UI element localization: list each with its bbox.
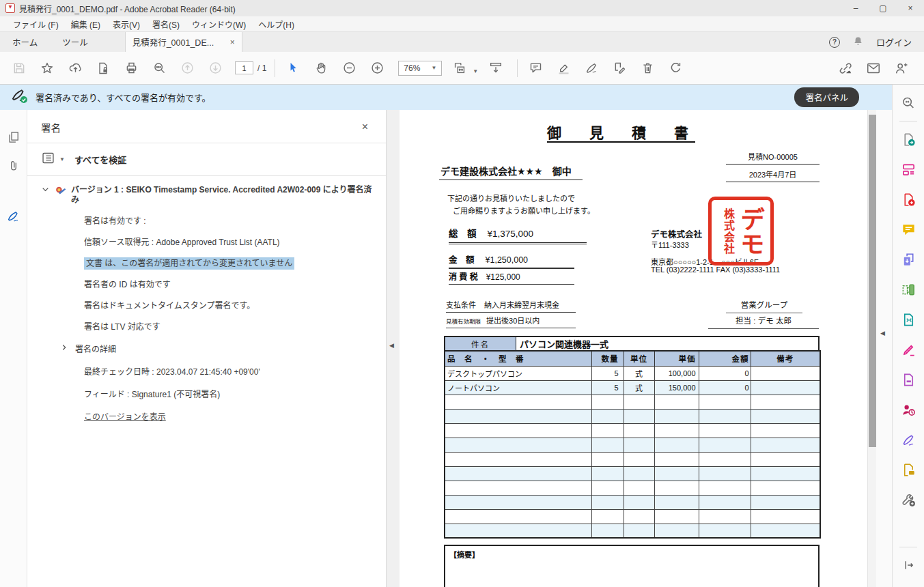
view-version-link[interactable]: このバージョンを表示 [84, 410, 372, 422]
tab-home[interactable]: ホーム [0, 32, 50, 52]
menu-window[interactable]: ウィンドウ(W) [186, 16, 252, 31]
menu-view[interactable]: 表示(V) [107, 16, 146, 31]
request-signatures-icon[interactable] [897, 399, 919, 420]
signature-field-info: フィールド : Signature1 (不可視署名) [84, 388, 372, 399]
table-cell [751, 409, 820, 423]
menu-file[interactable]: ファイル (F) [7, 16, 65, 31]
highlight-icon[interactable] [551, 57, 576, 80]
maximize-button[interactable]: ▢ [869, 0, 897, 16]
table-cell [699, 524, 751, 538]
edit-pdf-icon[interactable] [897, 159, 919, 180]
share-review-icon[interactable] [897, 459, 919, 480]
menu-edit[interactable]: 編集 (E) [65, 16, 107, 31]
login-button[interactable]: ログイン [876, 35, 912, 48]
collapse-right-panel-icon[interactable]: ◀ [880, 330, 885, 337]
tab-tools[interactable]: ツール [50, 32, 100, 52]
validate-list-icon[interactable] [41, 151, 55, 167]
compress-pdf-icon[interactable] [897, 309, 919, 330]
main-toolbar: 1 / 1 76% ▼ ▼ [0, 52, 924, 85]
signature-version-row[interactable]: バージョン 1 : SEIKO Timestamp Service. Accre… [41, 185, 372, 205]
share-link-icon[interactable] [833, 57, 858, 80]
zoom-out-icon[interactable] [337, 57, 361, 80]
fit-width-icon[interactable] [447, 57, 472, 80]
table-cell [751, 380, 820, 395]
page-number-input[interactable]: 1 [235, 61, 253, 74]
email-icon[interactable] [861, 57, 886, 80]
page-down-icon[interactable] [203, 57, 227, 80]
titlebar: 見積発行_0001_DEMO.pdf - Adobe Acrobat Reade… [0, 0, 924, 16]
document-title: 御 見 積 書 [400, 121, 843, 142]
acrobat-window: 見積発行_0001_DEMO.pdf - Adobe Acrobat Reade… [0, 0, 924, 587]
hand-icon[interactable] [309, 57, 333, 80]
close-button[interactable]: × [897, 0, 924, 16]
add-person-icon[interactable] [889, 57, 914, 80]
table-cell [699, 466, 751, 481]
table-cell [751, 438, 820, 452]
summary-label: 【摘要】 [449, 551, 479, 559]
scrollbar-thumb[interactable] [869, 115, 876, 447]
signature-panel: 署名 × ▼ すべてを検証 [27, 110, 387, 587]
fill-sign-tool-icon[interactable] [897, 339, 919, 360]
signatures-icon[interactable] [4, 207, 23, 226]
combine-files-icon[interactable] [897, 249, 919, 270]
tab-document[interactable]: 見積発行_0001_DE... × [125, 32, 242, 52]
bell-icon[interactable] [852, 35, 864, 49]
organize-pages-icon[interactable] [897, 279, 919, 300]
help-icon[interactable]: ? [829, 37, 840, 48]
signature-status-line: 署名者の ID は有効です [84, 280, 372, 290]
search-icon[interactable] [147, 57, 171, 80]
validate-all-button[interactable]: すべてを検証 [74, 153, 126, 166]
print-icon[interactable] [119, 57, 143, 80]
collapse-left-panel-icon[interactable]: ◀ [389, 342, 394, 349]
column-header: 単価 [654, 351, 699, 366]
table-cell [445, 423, 591, 438]
table-row [445, 481, 820, 495]
signature-details-toggle[interactable]: 署名の詳細 [60, 343, 372, 354]
trash-icon[interactable] [635, 57, 660, 80]
tab-close-icon[interactable]: × [230, 38, 235, 47]
table-cell [591, 423, 624, 438]
minimize-button[interactable]: – [842, 0, 869, 16]
add-tools-icon[interactable] [897, 489, 919, 510]
table-cell [624, 466, 654, 481]
save-icon[interactable] [7, 57, 31, 80]
signature-version-label: バージョン 1 : SEIKO Timestamp Service. Accre… [71, 185, 372, 205]
create-pdf-icon[interactable] [897, 189, 919, 210]
tax-row: 消 費 税 ¥125,000 [449, 270, 574, 285]
scroll-mode-icon[interactable] [484, 57, 508, 80]
chevron-down-icon[interactable]: ▼ [473, 68, 478, 74]
vertical-scrollbar[interactable] [867, 110, 876, 587]
attachments-icon[interactable] [4, 156, 23, 175]
collapse-panel-icon[interactable] [897, 555, 919, 575]
select-arrow-icon[interactable] [281, 57, 305, 80]
page-up-icon[interactable] [175, 57, 199, 80]
export-pdf-icon[interactable] [897, 129, 919, 149]
menu-help[interactable]: ヘルプ(H) [252, 16, 300, 31]
redact-icon[interactable] [897, 369, 919, 390]
zoom-in-icon[interactable] [365, 57, 389, 80]
signature-panel-button[interactable]: 署名パネル [794, 87, 859, 107]
tab-bar: ホーム ツール 見積発行_0001_DE... × ? ログイン [0, 32, 924, 52]
certificates-icon[interactable] [897, 429, 919, 450]
search-document-icon[interactable] [897, 93, 919, 113]
comment-tool-icon[interactable] [897, 219, 919, 240]
star-icon[interactable] [35, 57, 59, 80]
cloud-upload-icon[interactable] [63, 57, 87, 80]
quote-date: 2023年4月7日 [726, 169, 820, 182]
table-cell [445, 395, 591, 409]
file-lock-icon[interactable] [91, 57, 115, 80]
chevron-down-icon[interactable] [41, 185, 50, 196]
chevron-down-icon[interactable]: ▼ [59, 156, 65, 162]
sign-pen-icon[interactable] [579, 57, 604, 80]
chevron-right-icon[interactable] [60, 343, 68, 354]
zoom-level-select[interactable]: 76% ▼ [398, 61, 442, 76]
page-thumbnails-icon[interactable] [4, 128, 23, 147]
panel-divider [27, 143, 386, 143]
menu-sign[interactable]: 署名(S) [146, 16, 186, 31]
comment-icon[interactable] [523, 57, 548, 80]
seal-company-type: 株式会社 [720, 208, 736, 255]
panel-close-icon[interactable]: × [358, 119, 372, 134]
panel-gutter: ◀ [387, 110, 400, 587]
refresh-icon[interactable] [663, 57, 688, 80]
fill-sign-icon[interactable] [607, 57, 632, 80]
